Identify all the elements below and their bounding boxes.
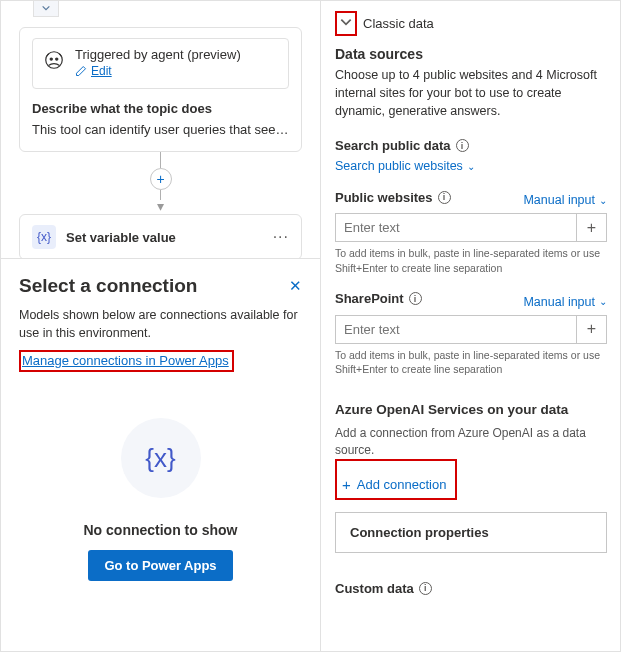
info-icon[interactable]: i: [409, 292, 422, 305]
sharepoint-label: SharePoint: [335, 291, 404, 306]
data-sources-desc: Choose up to 4 public websites and 4 Mic…: [335, 66, 607, 120]
pencil-icon: [75, 65, 87, 77]
right-pane: Classic data Data sources Choose up to 4…: [321, 1, 621, 652]
public-websites-label: Public websites: [335, 190, 433, 205]
search-public-websites-link[interactable]: Search public websites ⌄: [335, 159, 475, 173]
add-connection-label: Add connection: [357, 477, 447, 492]
connection-panel-title: Select a connection: [19, 275, 197, 297]
classic-data-label: Classic data: [363, 16, 434, 31]
info-icon[interactable]: i: [419, 582, 432, 595]
svg-point-1: [50, 58, 52, 60]
variable-icon: {x}: [32, 225, 56, 249]
search-public-label: Search public data: [335, 138, 451, 153]
chevron-down-icon[interactable]: [339, 15, 353, 32]
variable-node[interactable]: {x} Set variable value ···: [19, 214, 302, 260]
variable-node-title: Set variable value: [66, 230, 263, 245]
node-menu-icon[interactable]: ···: [273, 228, 289, 246]
describe-text: This tool can identify user queries that…: [32, 122, 289, 137]
sharepoint-hint: To add items in bulk, paste in line-sepa…: [335, 348, 607, 376]
sharepoint-input[interactable]: [335, 315, 577, 344]
fx-icon: {x}: [121, 418, 201, 498]
connection-properties-box[interactable]: Connection properties: [335, 512, 607, 553]
azure-openai-desc: Add a connection from Azure OpenAI as a …: [335, 425, 607, 459]
add-node-button[interactable]: +: [150, 168, 172, 190]
sharepoint-manual-input-toggle[interactable]: Manual input ⌄: [523, 295, 607, 309]
plus-icon: +: [342, 476, 351, 493]
highlight-box-manage: Manage connections in Power Apps: [19, 350, 234, 372]
chevron-down-icon: ⌄: [599, 195, 607, 206]
azure-openai-title: Azure OpenAI Services on your data: [335, 402, 607, 417]
info-icon[interactable]: i: [438, 191, 451, 204]
no-connection-label: No connection to show: [19, 522, 302, 538]
public-websites-input[interactable]: [335, 213, 577, 242]
trigger-inner[interactable]: Triggered by agent (preview) Edit: [32, 38, 289, 89]
sharepoint-add-button[interactable]: +: [577, 315, 607, 344]
manage-connections-link[interactable]: Manage connections in Power Apps: [22, 353, 229, 368]
data-sources-title: Data sources: [335, 46, 607, 62]
edit-label: Edit: [91, 64, 112, 78]
custom-data-label: Custom data: [335, 581, 414, 596]
highlight-box-chevron: [335, 11, 357, 36]
info-icon[interactable]: i: [456, 139, 469, 152]
collapse-icon[interactable]: [33, 0, 59, 17]
connector: + ▾: [1, 152, 320, 214]
trigger-card: Triggered by agent (preview) Edit Descri…: [19, 27, 302, 152]
connection-panel: Select a connection ✕ Models shown below…: [1, 258, 320, 652]
chevron-down-icon: ⌄: [467, 161, 475, 172]
edit-link[interactable]: Edit: [75, 64, 112, 78]
describe-label: Describe what the topic does: [32, 101, 289, 116]
public-manual-input-toggle[interactable]: Manual input ⌄: [523, 193, 607, 207]
manual-input-text: Manual input: [523, 193, 595, 207]
trigger-title: Triggered by agent (preview): [75, 47, 241, 62]
left-pane: Triggered by agent (preview) Edit Descri…: [1, 1, 321, 652]
empty-state: {x} No connection to show Go to Power Ap…: [19, 418, 302, 581]
arrow-down-icon: ▾: [157, 198, 164, 214]
agent-icon: [43, 49, 65, 71]
svg-point-2: [56, 58, 58, 60]
add-connection-button[interactable]: + Add connection: [338, 472, 454, 497]
search-link-text: Search public websites: [335, 159, 463, 173]
public-add-button[interactable]: +: [577, 213, 607, 242]
connection-desc: Models shown below are connections avail…: [19, 307, 302, 342]
chevron-down-icon: ⌄: [599, 296, 607, 307]
highlight-box-add-connection: + Add connection: [335, 459, 457, 500]
public-hint: To add items in bulk, paste in line-sepa…: [335, 246, 607, 274]
close-icon[interactable]: ✕: [289, 277, 302, 295]
manual-input-text: Manual input: [523, 295, 595, 309]
go-to-power-apps-button[interactable]: Go to Power Apps: [88, 550, 232, 581]
